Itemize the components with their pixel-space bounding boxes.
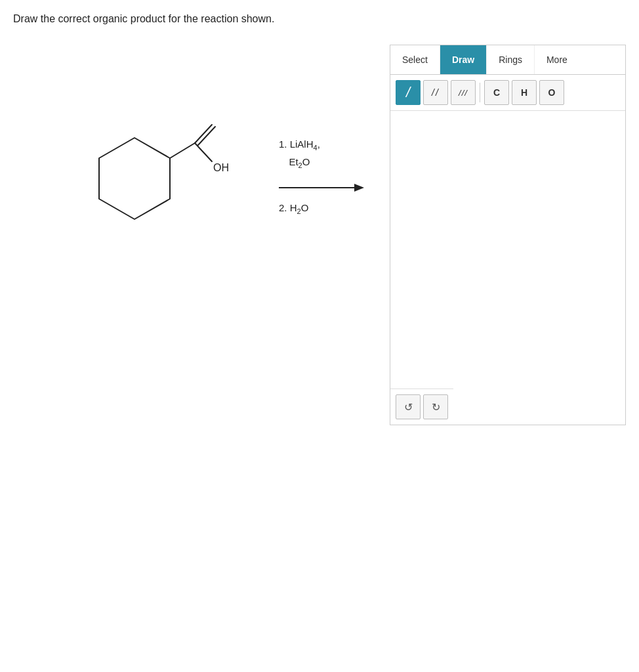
atom-h-button[interactable]: H xyxy=(512,80,537,105)
svg-line-1 xyxy=(170,143,195,158)
single-bond-icon: / xyxy=(406,84,410,101)
atom-o-button[interactable]: O xyxy=(539,80,564,105)
redo-icon: ↻ xyxy=(432,401,440,413)
oh-label: OH xyxy=(213,162,229,173)
triple-bond-tool[interactable]: /// xyxy=(451,80,476,105)
atom-h-label: H xyxy=(521,87,527,98)
triple-bond-icon: /// xyxy=(459,88,468,98)
undo-icon: ↺ xyxy=(404,401,413,413)
tab-draw[interactable]: Draw xyxy=(440,45,487,74)
tools-row: / // /// C H xyxy=(390,75,625,111)
single-bond-tool[interactable]: / xyxy=(396,80,421,105)
undo-button[interactable]: ↺ xyxy=(396,394,421,419)
page-container: Draw the correct organic product for the… xyxy=(0,0,639,268)
atom-c-button[interactable]: C xyxy=(484,80,509,105)
tab-rings[interactable]: Rings xyxy=(487,45,535,74)
molecule-area: OH 1. LiAlH4, Et2O xyxy=(13,45,400,255)
double-bond-tool[interactable]: // xyxy=(423,80,448,105)
reaction-arrow xyxy=(279,180,364,195)
reaction-step1: 1. LiAlH4, Et2O xyxy=(279,136,320,171)
svg-marker-6 xyxy=(354,184,364,192)
drawing-panel: Select Draw Rings More / // /// xyxy=(390,45,626,425)
tab-select[interactable]: Select xyxy=(390,45,440,74)
atom-c-label: C xyxy=(493,87,500,98)
instruction-text: Draw the correct organic product for the… xyxy=(13,13,626,25)
bottom-toolbar: ↺ ↻ xyxy=(390,388,453,425)
tool-separator xyxy=(480,83,480,102)
redo-button[interactable]: ↻ xyxy=(423,394,448,419)
reaction-step2: 2. H2O xyxy=(279,200,308,218)
panel-toolbar: Select Draw Rings More xyxy=(390,45,625,75)
content-area: OH 1. LiAlH4, Et2O xyxy=(13,45,626,255)
atom-o-label: O xyxy=(548,87,556,98)
molecule-svg: OH xyxy=(49,84,272,255)
svg-line-4 xyxy=(195,143,212,161)
drawing-canvas[interactable] xyxy=(390,111,625,400)
svg-marker-0 xyxy=(99,138,170,219)
double-bond-icon: // xyxy=(432,87,440,98)
tab-more[interactable]: More xyxy=(535,45,579,74)
